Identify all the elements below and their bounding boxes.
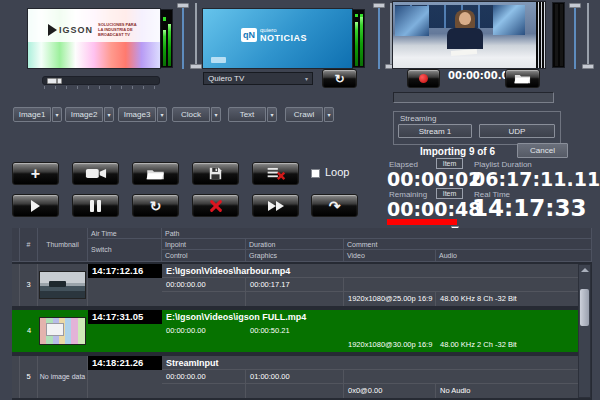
overlay-label[interactable]: Crawl (285, 107, 323, 122)
stream1-button[interactable]: Stream 1 (398, 124, 472, 138)
duration-cell: 00:00:50.21 (246, 324, 344, 338)
duration-cell: 01:00:00.00 (246, 370, 344, 384)
path-cell: E:\Igson\Videos\harbour.mp4 (162, 264, 578, 278)
row-state-cell (12, 310, 20, 352)
open-playlist-button[interactable] (132, 162, 179, 185)
seek-marker (57, 78, 62, 84)
record-icon (419, 74, 428, 83)
slider-handle[interactable] (373, 3, 385, 8)
video-cell: 1920x1080@25.00p 16:9 (344, 292, 436, 306)
volume-slider-program[interactable] (373, 3, 385, 69)
play-button[interactable] (12, 194, 59, 217)
header-inpoint: Inpoint (162, 239, 246, 250)
slider-track (574, 3, 576, 69)
overlay-button-text[interactable]: Text ▾ (228, 107, 277, 122)
cancel-import-button[interactable]: Cancel (517, 143, 568, 158)
channel-select-value: Quiero TV (208, 74, 244, 83)
monitor-input (393, 2, 545, 68)
add-item-button[interactable]: + (12, 162, 59, 185)
pause-icon (90, 200, 94, 212)
scroll-up-icon[interactable] (581, 268, 589, 272)
header-path: Path (162, 228, 592, 239)
stop-button[interactable] (192, 194, 239, 217)
overlay-label[interactable]: Image1 (13, 107, 51, 122)
capture-button[interactable] (72, 162, 119, 185)
next-button[interactable] (252, 194, 299, 217)
graphics-cell (246, 292, 344, 306)
slider-track (390, 3, 392, 69)
reload-icon: ↻ (334, 73, 344, 85)
scrollbar-thumb[interactable] (580, 289, 589, 326)
chevron-down-icon[interactable]: ▾ (211, 107, 221, 122)
slider-handle[interactable] (177, 3, 189, 8)
playlist-row[interactable]: 5 No image data 14:18:21.26 StreamInput … (12, 356, 578, 398)
overlay-label[interactable]: Image2 (65, 107, 103, 122)
playout-app-window: IGSON SOLUCIONES PARA LA INDUSTRIA DE BR… (0, 0, 600, 400)
audio-cell: 48.00 KHz 8 Ch -32 Bit (436, 292, 578, 306)
overlay-button-image1[interactable]: Image1 ▾ (13, 107, 62, 122)
return-button[interactable]: ↷ (311, 194, 358, 217)
refresh-channel-button[interactable]: ↻ (322, 69, 357, 88)
balance-slider-input[interactable] (582, 3, 594, 69)
slider-handle[interactable] (190, 64, 202, 69)
audio-meter-preview (160, 9, 173, 68)
redo-arrow-icon: ↷ (329, 199, 341, 213)
playlist-row-playing[interactable]: 4 14:17:31.05 E:\Igson\Videos\igson FULL… (12, 310, 578, 352)
overlay-button-image2[interactable]: Image2 ▾ (65, 107, 114, 122)
playlist-scrollbar[interactable] (578, 264, 591, 398)
overlay-button-crawl[interactable]: Crawl ▾ (285, 107, 334, 122)
slider-track (587, 3, 589, 69)
header-video: Video (344, 250, 436, 262)
record-folder-button[interactable] (505, 69, 540, 88)
repeat-button[interactable]: ↻ (132, 194, 179, 217)
row-number: 4 (20, 310, 38, 352)
path-cell: E:\Igson\Videos\igson FULL.mp4 (162, 310, 578, 324)
meter-bar (163, 30, 166, 66)
reload-icon: ↻ (150, 199, 162, 213)
thumbnail-cell (38, 310, 88, 352)
volume-slider-preview[interactable] (177, 3, 189, 69)
slider-track (182, 3, 184, 69)
channel-select-dropdown[interactable]: Quiero TV ▾ (203, 72, 313, 85)
chevron-down-icon[interactable]: ▾ (324, 107, 334, 122)
slider-handle[interactable] (569, 3, 581, 8)
chevron-down-icon[interactable]: ▾ (52, 107, 62, 122)
overlay-label[interactable]: Text (228, 107, 266, 122)
red-x-icon (209, 199, 223, 213)
header-graphics: Graphics (246, 250, 344, 262)
overlay-button-image3[interactable]: Image3 ▾ (118, 107, 167, 122)
playlist-table: # Thumbnail Air Time Path Switch Inpoint… (12, 228, 592, 400)
balance-slider-preview[interactable] (190, 3, 202, 69)
record-button[interactable] (407, 69, 440, 88)
preview-seek-bar[interactable] (42, 76, 160, 85)
chevron-down-icon[interactable]: ▾ (104, 107, 114, 122)
air-time-cell: 14:17:31.05 (88, 310, 162, 324)
slider-track (195, 3, 197, 69)
chevron-down-icon[interactable]: ▾ (267, 107, 277, 122)
logo-line2: NOTICIAS (260, 33, 307, 43)
meter-peak (355, 14, 358, 17)
chevron-down-icon[interactable]: ▾ (157, 107, 167, 122)
seek-handle[interactable] (47, 78, 57, 84)
record-filename-input[interactable] (393, 92, 554, 103)
header-comment: Comment (344, 239, 592, 250)
header-thumbnail: Thumbnail (38, 228, 88, 262)
clear-playlist-button[interactable] (252, 162, 299, 185)
loop-label: Loop (325, 166, 349, 178)
volume-slider-input[interactable] (569, 3, 581, 69)
udp-button[interactable]: UDP (479, 124, 555, 138)
save-playlist-button[interactable] (192, 162, 239, 185)
meter-bar (360, 16, 363, 66)
overlay-label[interactable]: Clock (172, 107, 210, 122)
header-switch: Switch (88, 239, 162, 262)
meter-bar (560, 4, 563, 66)
meter-bar (355, 22, 358, 66)
overlay-label[interactable]: Image3 (118, 107, 156, 122)
playlist-row[interactable]: 3 14:17:12.16 E:\Igson\Videos\harbour.mp… (12, 264, 578, 306)
loop-checkbox[interactable] (311, 169, 320, 178)
pause-button[interactable] (72, 194, 119, 217)
slider-handle[interactable] (582, 64, 594, 69)
overlay-button-clock[interactable]: Clock ▾ (172, 107, 221, 122)
inpoint-cell: 00:00:00.00 (162, 370, 246, 384)
header-control: Control (162, 250, 246, 262)
